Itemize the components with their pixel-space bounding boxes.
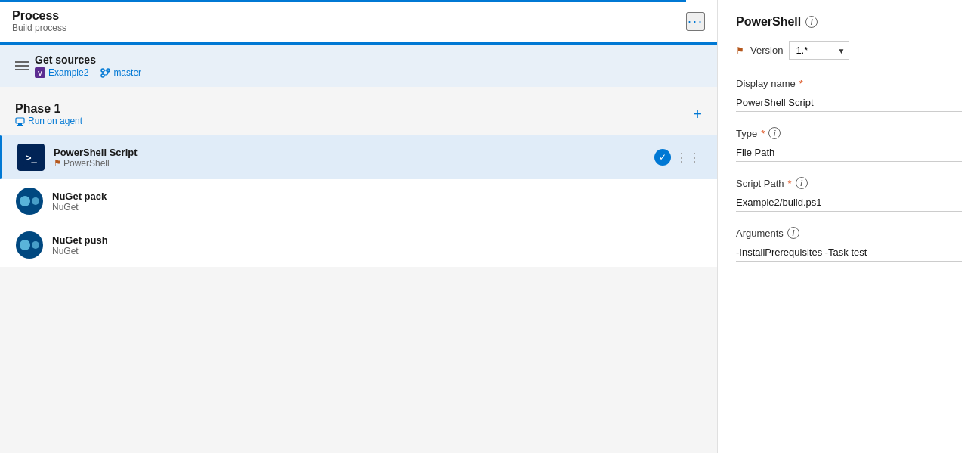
type-info-icon[interactable]: i	[768, 127, 781, 139]
task-item-nuget-pack[interactable]: NuGet pack NuGet	[0, 179, 717, 223]
phase-subtitle: Run on agent	[15, 116, 82, 126]
script-path-field-row: Script Path * i	[736, 177, 962, 212]
nuget-push-dots	[20, 240, 39, 250]
type-input[interactable]	[736, 144, 962, 162]
nuget-push-icon	[16, 231, 43, 259]
svg-text:V: V	[38, 70, 42, 77]
get-sources-section: Get sources V Example2	[0, 45, 717, 87]
svg-rect-10	[17, 125, 23, 126]
title-info-icon[interactable]: i	[805, 16, 818, 28]
get-sources-meta: V Example2 master	[35, 67, 141, 78]
arguments-field-row: Arguments i	[736, 227, 962, 262]
flag-icon: ⚑	[54, 158, 61, 168]
svg-point-7	[101, 74, 104, 77]
arguments-label: Arguments i	[736, 227, 962, 239]
display-name-field-row: Display name *	[736, 78, 962, 112]
powershell-task-content: PowerShell Script ⚑ PowerShell	[54, 147, 645, 169]
powershell-task-actions: ✓ ⋮⋮	[654, 149, 701, 166]
get-sources-icon-wrap	[15, 60, 29, 72]
nuget-pack-task-name: NuGet pack	[52, 191, 701, 202]
task-check-badge: ✓	[654, 149, 671, 166]
display-name-label: Display name *	[736, 78, 962, 89]
powershell-task-name: PowerShell Script	[54, 147, 645, 158]
phase-section: Phase 1 Run on agent + >_	[0, 93, 717, 267]
svg-text:>_: >_	[26, 152, 38, 163]
script-path-input[interactable]	[736, 194, 962, 212]
display-name-required: *	[799, 78, 803, 89]
list-icon	[15, 60, 29, 72]
arguments-input[interactable]	[736, 244, 962, 262]
nuget-pack-task-sub: NuGet	[52, 202, 701, 213]
script-path-label: Script Path * i	[736, 177, 962, 189]
task-item-nuget-push[interactable]: NuGet push NuGet	[0, 223, 717, 267]
svg-point-5	[101, 69, 104, 72]
version-flag-icon: ⚑	[736, 45, 744, 56]
nuget-push-task-name: NuGet push	[52, 234, 701, 246]
nuget-push-task-content: NuGet push NuGet	[52, 234, 701, 256]
phase-title: Phase 1	[15, 102, 82, 116]
drag-handle-icon: ⋮⋮	[675, 150, 701, 165]
phase-title-group: Phase 1 Run on agent	[15, 102, 82, 126]
svg-rect-0	[15, 61, 29, 63]
version-select-container[interactable]: 1.* 2.* ▼	[789, 41, 849, 60]
nuget-dot-2	[32, 197, 39, 205]
process-header: Process Build process ···	[0, 0, 717, 45]
ps-icon-svg: >_	[23, 149, 39, 166]
get-sources-branch: master	[100, 67, 141, 78]
agent-icon	[15, 116, 25, 126]
right-panel-title: PowerShell i	[736, 15, 962, 29]
script-path-required: *	[788, 178, 792, 189]
vs-icon: V	[35, 67, 45, 78]
svg-rect-9	[18, 123, 22, 125]
nuget-dots	[20, 196, 39, 206]
get-sources-content: Get sources V Example2	[35, 54, 141, 78]
nuget-push-icon-bg	[16, 231, 43, 259]
get-sources-repo: V Example2	[35, 67, 88, 78]
script-path-info-icon[interactable]: i	[796, 177, 808, 189]
svg-rect-1	[15, 65, 29, 67]
svg-rect-8	[16, 118, 24, 123]
powershell-title-text: PowerShell	[736, 15, 801, 29]
add-task-button[interactable]: +	[693, 106, 702, 123]
version-select[interactable]: 1.* 2.*	[789, 41, 849, 60]
version-row: ⚑ Version 1.* 2.* ▼	[736, 41, 962, 60]
nuget-pack-icon-bg	[16, 188, 43, 215]
display-name-input[interactable]	[736, 94, 962, 112]
nuget-push-dot-1	[20, 240, 30, 250]
nuget-push-task-sub: NuGet	[52, 246, 701, 256]
type-required: *	[761, 128, 765, 139]
arguments-info-icon[interactable]: i	[787, 227, 799, 239]
get-sources-title: Get sources	[35, 54, 141, 66]
right-panel: PowerShell i ⚑ Version 1.* 2.* ▼ Display…	[718, 0, 980, 453]
process-subtitle: Build process	[12, 23, 66, 33]
svg-rect-2	[15, 69, 29, 70]
powershell-icon: >_	[17, 144, 45, 171]
nuget-pack-task-content: NuGet pack NuGet	[52, 191, 701, 213]
task-item-powershell[interactable]: >_ PowerShell Script ⚑ PowerShell ✓ ⋮⋮	[0, 135, 717, 179]
nuget-push-dot-2	[32, 241, 39, 249]
more-options-button[interactable]: ···	[686, 12, 705, 31]
process-title-group: Process Build process	[12, 9, 66, 33]
phase-header: Phase 1 Run on agent +	[0, 93, 717, 135]
type-label: Type * i	[736, 127, 962, 139]
powershell-task-sub: ⚑ PowerShell	[54, 158, 645, 169]
type-field-row: Type * i	[736, 127, 962, 162]
branch-icon	[100, 68, 110, 78]
version-label: Version	[750, 45, 783, 56]
left-panel: Process Build process ··· Get sources V	[0, 0, 718, 453]
process-title: Process	[12, 9, 66, 23]
nuget-dot-1	[20, 196, 30, 206]
nuget-pack-icon	[16, 188, 43, 215]
